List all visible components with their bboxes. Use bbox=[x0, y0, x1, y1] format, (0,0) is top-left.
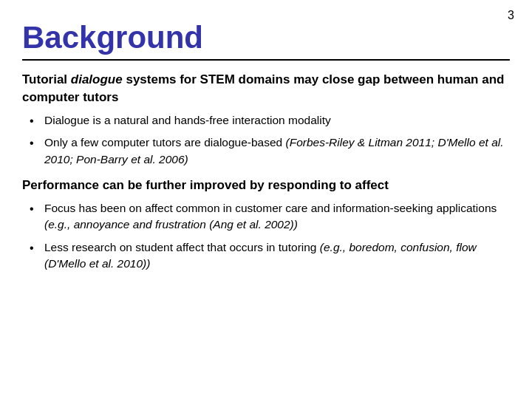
bullet-list-1: Dialogue is a natural and hands-free int… bbox=[30, 112, 510, 168]
slide-number: 3 bbox=[508, 9, 514, 22]
bullet-2-2: Less research on student affect that occ… bbox=[30, 239, 510, 273]
slide-container: 3 Background Tutorial dialogue systems f… bbox=[0, 0, 532, 399]
title-divider bbox=[22, 59, 510, 61]
section2-heading: Performance can be further improved by r… bbox=[22, 177, 510, 194]
slide-title: Background bbox=[22, 21, 510, 55]
bullet-list-2: Focus has been on affect common in custo… bbox=[30, 200, 510, 273]
section1-heading: Tutorial dialogue systems for STEM domai… bbox=[22, 71, 510, 106]
bullet-1-1: Dialogue is a natural and hands-free int… bbox=[30, 112, 510, 129]
bullet-2-1: Focus has been on affect common in custo… bbox=[30, 200, 510, 233]
bullet-1-2: Only a few computer tutors are dialogue-… bbox=[30, 134, 510, 168]
